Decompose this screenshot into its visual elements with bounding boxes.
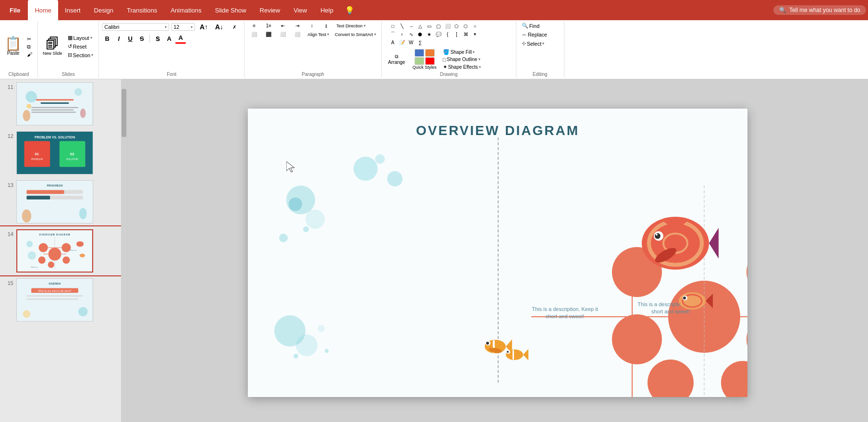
tab-help[interactable]: Help bbox=[314, 0, 340, 20]
decrease-font-button[interactable]: A↓ bbox=[212, 22, 226, 32]
font-name-select[interactable]: Calibri ▾ bbox=[102, 23, 169, 31]
underline-button[interactable]: U bbox=[125, 33, 135, 44]
shape-rect[interactable]: □ bbox=[389, 22, 397, 30]
shape-chevron[interactable]: › bbox=[398, 30, 406, 38]
tab-file[interactable]: File bbox=[2, 0, 28, 20]
shape-arrow[interactable]: → bbox=[407, 22, 416, 30]
align-left-button[interactable]: ⬜ bbox=[247, 31, 261, 38]
layout-button[interactable]: ▦ Layout ▾ bbox=[65, 34, 96, 41]
slide-number-14: 14 bbox=[4, 231, 13, 237]
shape-triangle[interactable]: △ bbox=[416, 22, 425, 30]
shape-curve[interactable]: ∿ bbox=[407, 30, 416, 38]
tab-insert[interactable]: Insert bbox=[58, 0, 87, 20]
slide-item-12[interactable]: 12 PROBLEM VS. SOLUTION 01 02 PROBLEM SO… bbox=[0, 128, 127, 177]
select-label: Select bbox=[527, 41, 542, 47]
shape-pentagon[interactable]: ⬠ bbox=[452, 22, 461, 30]
slide-thumb-12: PROBLEM VS. SOLUTION 01 02 PROBLEM SOLUT… bbox=[16, 131, 93, 174]
tab-design[interactable]: Design bbox=[87, 0, 120, 20]
scrollbar-thumb[interactable] bbox=[122, 89, 126, 137]
shape-misc[interactable]: ⌘ bbox=[462, 30, 470, 38]
layout-dropdown: ▾ bbox=[90, 36, 92, 40]
svg-point-77 bbox=[683, 297, 686, 299]
tab-view[interactable]: View bbox=[287, 0, 314, 20]
shape-eq[interactable]: ∑ bbox=[416, 38, 425, 46]
shape-textbox[interactable]: 📝 bbox=[398, 38, 406, 46]
bullets-button[interactable]: ≡ bbox=[247, 22, 261, 29]
section-button[interactable]: ⊟ Section ▾ bbox=[65, 51, 96, 59]
shape-arc[interactable]: ⌒ bbox=[389, 30, 397, 38]
bold-button[interactable]: B bbox=[102, 33, 112, 44]
tab-slideshow[interactable]: Slide Show bbox=[208, 0, 253, 20]
cut-icon: ✂ bbox=[27, 36, 31, 42]
svg-point-10 bbox=[26, 104, 31, 109]
tell-me-box[interactable]: 🔍 Tell me what you want to do bbox=[773, 5, 866, 15]
columns-button[interactable]: ⫿ bbox=[319, 22, 333, 29]
svg-marker-75 bbox=[706, 294, 713, 308]
shape-fill-button[interactable]: 🪣 Shape Fill ▾ bbox=[440, 49, 483, 56]
shape-brace[interactable]: { bbox=[443, 30, 452, 38]
reset-button[interactable]: ↺ Reset bbox=[65, 43, 96, 50]
replace-button[interactable]: ↔ Replace bbox=[519, 31, 550, 38]
align-text-button[interactable]: Align Text ▾ bbox=[305, 32, 331, 37]
slide-canvas[interactable]: OVERVIEW DIAGRAM bbox=[248, 109, 747, 397]
shape-round-rect[interactable]: ▢ bbox=[434, 22, 443, 30]
font-size-select[interactable]: 12 ▾ bbox=[171, 23, 195, 31]
shape-rect3[interactable]: ⬜ bbox=[443, 22, 452, 30]
shape-line[interactable]: ╲ bbox=[398, 22, 406, 30]
arrange-button[interactable]: ⧉ Arrange bbox=[385, 53, 409, 66]
copy-button[interactable]: ⧉ bbox=[24, 43, 35, 50]
slide-item-13[interactable]: 13 PROGRESS bbox=[0, 177, 127, 226]
increase-font-button[interactable]: A↑ bbox=[197, 22, 210, 32]
shape-star5[interactable]: ★ bbox=[425, 30, 434, 38]
justify-button[interactable]: ⬜ bbox=[291, 31, 304, 38]
new-slide-button[interactable]: 🗐 New Slide bbox=[41, 37, 64, 57]
shape-oval[interactable]: ○ bbox=[471, 22, 479, 30]
tab-review[interactable]: Review bbox=[253, 0, 287, 20]
slide-thumb-11 bbox=[16, 82, 93, 125]
select-button[interactable]: ⊹ Select ▾ bbox=[519, 40, 547, 47]
cut-button[interactable]: ✂ bbox=[24, 36, 35, 43]
quick-styles-button[interactable]: Quick Styles bbox=[411, 48, 439, 71]
slide-item-11[interactable]: 11 bbox=[0, 79, 127, 128]
svg-rect-22 bbox=[26, 190, 64, 194]
shape-text[interactable]: A bbox=[389, 38, 397, 46]
align-center-button[interactable]: ⬛ bbox=[262, 31, 275, 38]
font-name-value: Calibri bbox=[104, 24, 119, 30]
shape-outline-button[interactable]: □ Shape Outline ▾ bbox=[440, 56, 483, 63]
font-color-button[interactable]: A bbox=[175, 33, 186, 44]
slides-group: 🗐 New Slide ▦ Layout ▾ ↺ Reset ⊟ Section… bbox=[38, 21, 99, 78]
shape-block[interactable]: ⬟ bbox=[416, 30, 425, 38]
shape-bracket[interactable]: [ bbox=[452, 30, 461, 38]
strikethrough-button[interactable]: S bbox=[136, 33, 147, 44]
convert-smartart-button[interactable]: Convert to SmartArt ▾ bbox=[332, 32, 379, 37]
clear-format-button[interactable]: ✗ bbox=[228, 24, 241, 31]
shape-rect2[interactable]: ▭ bbox=[425, 22, 434, 30]
shape-callout[interactable]: 💬 bbox=[434, 30, 443, 38]
increase-indent-button[interactable]: ⇥ bbox=[291, 22, 304, 29]
shape-hex[interactable]: ⬡ bbox=[462, 22, 470, 30]
char-spacing-button[interactable]: A bbox=[164, 33, 174, 44]
text-direction-button[interactable]: Text Direction ▾ bbox=[334, 23, 368, 29]
fish-small-right bbox=[675, 286, 714, 315]
shape-wordart[interactable]: W bbox=[407, 38, 416, 46]
tab-animations[interactable]: Animations bbox=[164, 0, 208, 20]
svg-rect-4 bbox=[41, 102, 69, 104]
slide-item-14[interactable]: 14 OVERVIEW DIAGRAM bbox=[0, 226, 127, 275]
text-shadow-button[interactable]: S bbox=[152, 33, 163, 44]
align-right-button[interactable]: ⬜ bbox=[276, 31, 290, 38]
format-painter-button[interactable]: 🖌 bbox=[24, 51, 35, 58]
shapes-more[interactable]: ▼ bbox=[471, 30, 479, 38]
paste-button[interactable]: 📋 Paste bbox=[3, 36, 24, 57]
line-spacing-button[interactable]: ↕ bbox=[305, 22, 318, 29]
slide-item-15[interactable]: 15 AGENDA What do you want to talk about… bbox=[0, 275, 127, 324]
decrease-indent-button[interactable]: ⇤ bbox=[276, 22, 290, 29]
tab-transitions[interactable]: Transitions bbox=[120, 0, 164, 20]
fish-large bbox=[632, 205, 719, 282]
find-button[interactable]: 🔍 Find bbox=[519, 22, 542, 29]
font-size-value: 12 bbox=[173, 24, 179, 30]
tab-home[interactable]: Home bbox=[28, 0, 58, 20]
numbering-button[interactable]: 1≡ bbox=[262, 22, 275, 29]
italic-button[interactable]: I bbox=[113, 33, 124, 44]
svg-rect-85 bbox=[513, 350, 514, 360]
shape-effects-button[interactable]: ✦ Shape Effects ▾ bbox=[440, 63, 483, 71]
